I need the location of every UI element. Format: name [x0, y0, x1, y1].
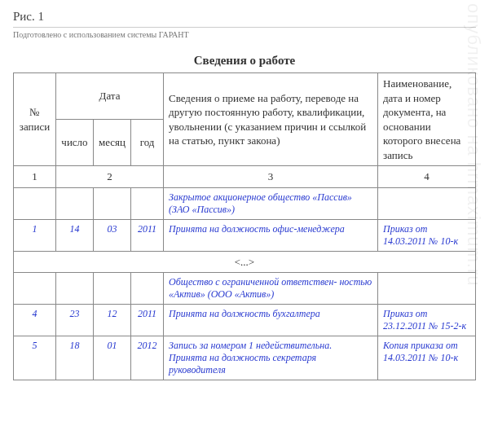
table-row: <...>	[14, 251, 476, 273]
col-doc: Наименование, дата и номер документа, на…	[378, 73, 476, 166]
table-row: 423122011Принята на должность бухгалтера…	[14, 305, 476, 336]
cell-year	[131, 273, 164, 305]
table-header-row: № записи Дата Сведения о приеме на работ…	[14, 73, 476, 120]
figure-label: Рис. 1	[13, 10, 476, 24]
cell-year: 2012	[131, 336, 164, 380]
cell-info: Общество с ограниченной ответствен- ност…	[164, 273, 378, 305]
cell-month: 12	[94, 305, 131, 336]
cell-month: 01	[94, 336, 131, 380]
cell-no: 4	[14, 305, 56, 336]
document-page: опубликовано на hrmaximum.ru Рис. 1 Подг…	[0, 0, 489, 393]
cell-doc: Приказ от 14.03.2011 № 10-к	[378, 219, 476, 251]
col-day: число	[56, 120, 94, 166]
employment-table: № записи Дата Сведения о приеме на работ…	[13, 72, 476, 380]
col-year: год	[131, 120, 164, 166]
colnum-4: 4	[378, 166, 476, 188]
cell-no: 1	[14, 219, 56, 251]
cell-info: Закрытое акционерное общество «Пассив» (…	[164, 187, 378, 219]
cell-doc: Копия приказа от 14.03.2011 № 10-к	[378, 336, 476, 380]
cell-info: Запись за номером 1 недействительна. При…	[164, 336, 378, 380]
cell-no: 5	[14, 336, 56, 380]
col-info: Сведения о приеме на работу, переводе на…	[164, 73, 378, 166]
col-no: № записи	[14, 73, 56, 166]
table-row: Общество с ограниченной ответствен- ност…	[14, 273, 476, 305]
cell-info: Принята на должность бухгалтера	[164, 305, 378, 336]
table-title: Сведения о работе	[13, 54, 476, 68]
colnum-3: 3	[164, 166, 378, 188]
cell-month: 03	[94, 219, 131, 251]
cell-doc: Приказ от 23.12.2011 № 15-2-к	[378, 305, 476, 336]
table-row: 518012012Запись за номером 1 недействите…	[14, 336, 476, 380]
cell-doc	[378, 273, 476, 305]
table-row: 114032011Принята на должность офис-менед…	[14, 219, 476, 251]
cell-month	[94, 187, 131, 219]
table-body: Закрытое акционерное общество «Пассив» (…	[14, 187, 476, 380]
divider	[13, 27, 476, 28]
cell-year: 2011	[131, 305, 164, 336]
cell-no	[14, 273, 56, 305]
cell-info: Принята на должность офис-менеджера	[164, 219, 378, 251]
cell-year	[131, 187, 164, 219]
ellipsis-row: <...>	[14, 251, 476, 273]
colnum-1: 1	[14, 166, 56, 188]
table-header-nums: 1 2 3 4	[14, 166, 476, 188]
table-row: Закрытое акционерное общество «Пассив» (…	[14, 187, 476, 219]
cell-month	[94, 273, 131, 305]
cell-day: 23	[56, 305, 94, 336]
cell-day: 14	[56, 219, 94, 251]
cell-day: 18	[56, 336, 94, 380]
cell-no	[14, 187, 56, 219]
cell-doc	[378, 187, 476, 219]
col-month: месяц	[94, 120, 131, 166]
source-note: Подготовлено с использованием системы ГА…	[13, 30, 476, 39]
cell-day	[56, 273, 94, 305]
colnum-2: 2	[56, 166, 164, 188]
col-date: Дата	[56, 73, 164, 120]
cell-year: 2011	[131, 219, 164, 251]
cell-day	[56, 187, 94, 219]
